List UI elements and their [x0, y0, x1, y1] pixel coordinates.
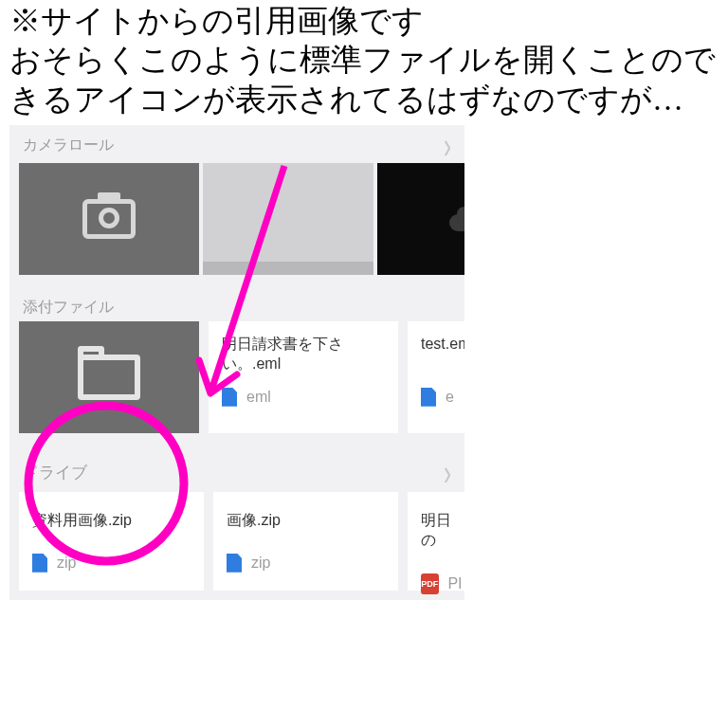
document-icon	[32, 554, 47, 573]
document-icon	[227, 554, 242, 573]
document-icon	[421, 388, 436, 407]
section-attach-title: 添付ファイル	[23, 299, 114, 315]
file-title: 資料用画像.zip	[32, 511, 191, 531]
photo-thumbnail[interactable]	[203, 163, 373, 275]
file-title: test.eml	[421, 335, 464, 374]
file-ext: zip	[57, 555, 76, 572]
app-panel: カメラロール 添付ファイル 明日請求書を下さい。.eml eml test.em…	[9, 125, 464, 600]
camera-icon	[82, 199, 136, 239]
attach-file-card[interactable]: 明日請求書を下さい。.eml eml	[209, 321, 398, 433]
camera-row	[9, 163, 464, 284]
folder-browse-tile[interactable]	[19, 321, 199, 433]
document-icon	[222, 388, 237, 407]
file-ext: eml	[246, 389, 271, 406]
camera-open-tile[interactable]	[19, 163, 199, 275]
caption-text: ※サイトからの引用画像です おそらくこのように標準ファイルを開くことのできるアイ…	[0, 0, 728, 119]
file-ext: zip	[251, 555, 270, 572]
section-camera-title: カメラロール	[23, 136, 114, 155]
section-drive-header[interactable]: ドライブ	[9, 443, 464, 492]
section-attach-header[interactable]: 添付ファイル	[9, 284, 464, 321]
file-title: 明日の	[421, 511, 461, 551]
attach-row: 明日請求書を下さい。.eml eml test.eml eml	[9, 321, 464, 443]
chevron-right-icon	[444, 460, 451, 486]
drive-file-card[interactable]: 資料用画像.zip zip	[19, 492, 204, 591]
section-drive-title: ドライブ	[23, 462, 87, 483]
file-title: 明日請求書を下さい。.eml	[222, 335, 385, 374]
drive-row: 資料用画像.zip zip 画像.zip zip 明日の PDF PDF	[9, 492, 464, 600]
drive-file-card[interactable]: 画像.zip zip	[213, 492, 398, 591]
section-camera-header[interactable]: カメラロール	[9, 125, 464, 163]
drive-file-card[interactable]: 明日の PDF PDF	[408, 492, 464, 591]
chevron-right-icon	[444, 133, 451, 159]
photo-thumbnail-dark[interactable]	[377, 163, 464, 275]
file-ext: PDF	[448, 575, 461, 592]
pdf-icon: PDF	[421, 573, 439, 594]
folder-icon	[78, 355, 140, 400]
cloud-icon	[449, 214, 464, 231]
file-title: 画像.zip	[227, 511, 385, 531]
attach-file-card[interactable]: test.eml eml	[408, 321, 464, 433]
file-ext: eml	[446, 389, 455, 406]
